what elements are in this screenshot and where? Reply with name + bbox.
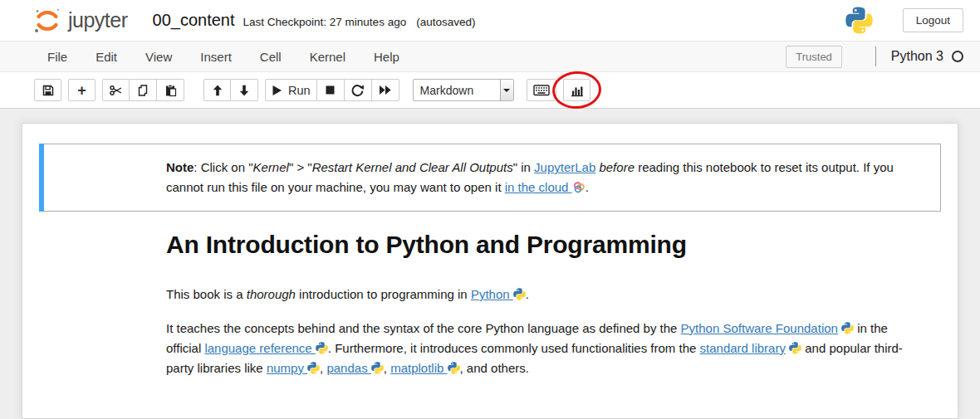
menu-cell[interactable]: Cell [246, 43, 296, 71]
keyboard-icon [533, 84, 550, 96]
text-run: . [586, 180, 589, 194]
chevron-down-icon [500, 80, 513, 100]
notebook-container: Note: Click on "Kernel" > "Restart Kerne… [22, 123, 958, 419]
note-text: Note: Click on "Kernel" > "Restart Kerne… [166, 144, 940, 211]
chart-icon [570, 84, 584, 97]
inline-link[interactable]: pandas [326, 361, 370, 375]
notebook-title[interactable]: 00_content [153, 11, 235, 30]
python-icon [841, 322, 854, 334]
header: jupyter 00_content Last Checkpoint: 27 m… [0, 0, 980, 41]
move-cell-up-button[interactable] [203, 79, 231, 101]
command-palette-button[interactable] [527, 79, 556, 101]
menu-edit[interactable]: Edit [81, 43, 131, 71]
text-run: Note [166, 160, 194, 174]
arrow-down-icon [238, 84, 251, 97]
cut-icon [109, 84, 123, 97]
run-all-icon [378, 84, 392, 96]
python-icon [448, 362, 460, 374]
text-run: It teaches the concepts behind and the s… [166, 321, 681, 335]
save-button[interactable] [34, 79, 61, 101]
run-icon [272, 85, 282, 96]
inline-link[interactable]: matplotlib [390, 361, 447, 375]
chart-button[interactable] [563, 79, 590, 101]
python-icon [513, 288, 526, 300]
restart-run-all-button[interactable] [372, 79, 399, 101]
copy-icon [136, 84, 149, 97]
text-run: , [384, 361, 390, 375]
python-icon [316, 342, 328, 354]
python-icon [371, 362, 384, 374]
menu-view[interactable]: View [131, 43, 186, 71]
menu-kernel[interactable]: Kernel [296, 43, 360, 71]
binder-cloud-icon [572, 181, 586, 194]
stop-icon [324, 84, 336, 96]
move-cell-down-button[interactable] [231, 79, 258, 101]
cell-type-dropdown[interactable]: Markdown [413, 79, 514, 101]
divider [875, 46, 876, 66]
text-run: " > " [289, 160, 312, 174]
inline-link[interactable]: standard library [700, 341, 786, 355]
arrow-up-icon [211, 84, 224, 97]
trusted-badge[interactable]: Trusted [786, 46, 842, 68]
save-icon [42, 84, 55, 97]
text-run: before [599, 160, 635, 174]
text-run: introduction to programming in [296, 287, 471, 301]
kernel-name: Python 3 [891, 49, 943, 64]
text-run: , and others. [460, 361, 529, 375]
text-run: Kernel [253, 160, 289, 174]
run-button-label: Run [288, 84, 311, 97]
markdown-cell[interactable]: An Introduction to Python and Programmin… [39, 212, 941, 379]
restart-kernel-button[interactable] [345, 79, 372, 101]
menubar-right: Trusted Python 3 [786, 46, 963, 68]
menu-insert[interactable]: Insert [186, 43, 246, 71]
text-run: thorough [247, 287, 296, 301]
text-run: . [526, 287, 529, 301]
jupyter-wordmark: jupyter [68, 8, 128, 32]
menu-file[interactable]: File [33, 43, 81, 71]
header-right: Logout [845, 7, 963, 34]
notebook-site: Note: Click on "Kernel" > "Restart Kerne… [0, 109, 980, 419]
paste-icon [164, 84, 177, 97]
insert-cell-button[interactable]: + [68, 79, 96, 101]
text-run: . Furthermore, it introduces commonly us… [328, 341, 700, 355]
body-paragraph: It teaches the concepts behind and the s… [166, 319, 924, 378]
markdown-rendered: An Introduction to Python and Programmin… [166, 212, 940, 378]
inline-link[interactable]: in the cloud [505, 180, 572, 194]
text-run: This book is a [166, 287, 247, 301]
python-icon [307, 362, 320, 374]
python-kernel-logo-icon [845, 7, 873, 34]
notebook-title-area: 00_content Last Checkpoint: 27 minutes a… [153, 11, 476, 30]
cell-prompt [40, 144, 166, 211]
jupyter-logo-icon [32, 5, 63, 37]
menubar: File Edit View Insert Cell Kernel Help T… [0, 41, 980, 72]
kernel-idle-indicator-icon [952, 51, 963, 62]
inline-link[interactable]: Python Software Foundation [681, 321, 838, 335]
cell-type-selected: Markdown [414, 84, 500, 97]
restart-icon [350, 84, 365, 97]
logout-button[interactable]: Logout [903, 8, 963, 32]
checkpoint-status: Last Checkpoint: 27 minutes ago [243, 16, 407, 28]
page-title: An Introduction to Python and Programmin… [166, 231, 924, 259]
plus-icon: + [77, 83, 86, 98]
menu-help[interactable]: Help [360, 43, 414, 71]
inline-link[interactable]: JupyterLab [534, 160, 595, 174]
inline-link[interactable]: Python [471, 287, 513, 301]
cell-prompt [40, 212, 166, 378]
text-run: : Click on " [194, 160, 252, 174]
cut-button[interactable] [102, 79, 130, 101]
inline-link[interactable]: numpy [267, 361, 307, 375]
intro-paragraph: This book is a thorough introduction to … [166, 285, 924, 305]
note-cell[interactable]: Note: Click on "Kernel" > "Restart Kerne… [39, 144, 941, 212]
text-run: Restart Kernel and Clear All Outputs [312, 160, 513, 174]
interrupt-kernel-button[interactable] [317, 79, 345, 101]
toolbar: + [0, 72, 980, 109]
jupyter-logo[interactable]: jupyter [32, 5, 128, 37]
python-icon [789, 342, 801, 354]
inline-link[interactable]: language reference [204, 341, 315, 355]
autosave-status: (autosaved) [416, 16, 475, 28]
run-button[interactable]: Run [265, 79, 317, 101]
text-run: " in [513, 160, 534, 174]
paste-button[interactable] [157, 79, 184, 101]
copy-button[interactable] [130, 79, 157, 101]
